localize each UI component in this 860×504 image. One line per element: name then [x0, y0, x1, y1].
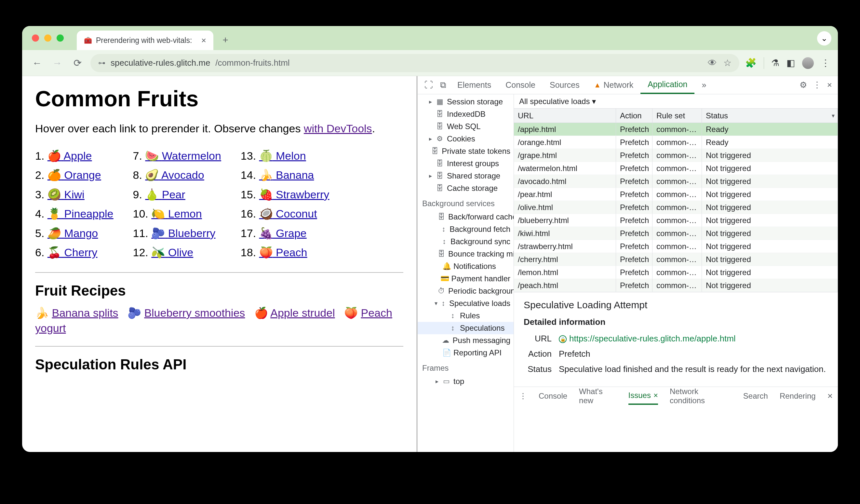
tree-item[interactable]: 🗄Interest groups [418, 157, 514, 170]
fruit-link[interactable]: 🍒 Cherry [47, 246, 97, 259]
fruit-link[interactable]: 🫒 Olive [151, 246, 193, 259]
recipe-link[interactable]: Apple strudel [270, 307, 335, 319]
site-settings-icon[interactable]: ⊶ [98, 59, 105, 67]
table-row[interactable]: /orange.htmlPrefetchcommon-…Ready [514, 136, 838, 149]
drawer-tab-what-s-new[interactable]: What's new [579, 387, 616, 405]
devtools-tab-elements[interactable]: Elements [450, 76, 498, 94]
close-devtools-icon[interactable]: × [827, 80, 832, 90]
tree-item[interactable]: ▸▭top [418, 375, 514, 388]
fruit-link[interactable]: 🍇 Grape [259, 227, 307, 239]
table-row[interactable]: /peach.htmlPrefetchcommon-…Not triggered [514, 279, 838, 292]
close-window-button[interactable] [32, 34, 39, 42]
fruit-link[interactable]: 🍋 Lemon [151, 207, 202, 220]
gear-icon[interactable]: ⚙ [800, 80, 807, 90]
drawer-tab-rendering[interactable]: Rendering [780, 391, 816, 401]
tree-item[interactable]: 🗄Private state tokens [418, 145, 514, 157]
labs-icon[interactable]: ⚗ [771, 58, 779, 68]
table-row[interactable]: /lemon.htmlPrefetchcommon-…Not triggered [514, 266, 838, 279]
devtools-tab-console[interactable]: Console [498, 76, 543, 94]
tree-item[interactable]: 💳Payment handler [418, 273, 514, 285]
fruit-link[interactable]: 🍊 Orange [47, 169, 101, 181]
fruit-link[interactable]: 🥭 Mango [47, 227, 98, 239]
menu-icon[interactable]: ⋮ [821, 58, 830, 68]
tree-item[interactable]: ↕Background fetch [418, 223, 514, 235]
close-icon[interactable]: × [654, 391, 658, 400]
fruit-link[interactable]: 🍐 Pear [145, 188, 185, 201]
minimize-window-button[interactable] [44, 34, 52, 42]
devtools-tab-application[interactable]: Application [641, 76, 694, 94]
bookmark-icon[interactable]: ☆ [723, 58, 732, 68]
fruit-link[interactable]: 🥝 Kiwi [47, 188, 85, 201]
table-row[interactable]: /strawberry.htmlPrefetchcommon-…Not trig… [514, 240, 838, 253]
drawer-tab-console[interactable]: Console [539, 391, 567, 401]
tree-item[interactable]: ⏱Periodic background [418, 285, 514, 297]
tree-item[interactable]: 🗄Cache storage [418, 182, 514, 195]
tree-item[interactable]: 🗄IndexedDB [418, 108, 514, 120]
reload-button[interactable]: ⟳ [70, 56, 85, 70]
table-row[interactable]: /watermelon.htmlPrefetchcommon-…Not trig… [514, 162, 838, 175]
back-button[interactable]: ← [30, 56, 44, 70]
tree-item[interactable]: ▸⚙Cookies [418, 133, 514, 145]
close-drawer-icon[interactable]: × [828, 391, 833, 401]
table-row[interactable]: /pear.htmlPrefetchcommon-…Not triggered [514, 188, 838, 201]
table-row[interactable]: /apple.htmlPrefetchcommon-…Ready [514, 123, 838, 136]
tree-item[interactable]: ↕Background sync [418, 235, 514, 248]
tree-item[interactable]: 📄Reporting API [418, 347, 514, 359]
profile-avatar[interactable] [802, 57, 814, 69]
drawer-menu-icon[interactable]: ⋮ [519, 391, 527, 401]
device-icon[interactable]: ⧉ [436, 80, 450, 90]
fruit-link[interactable]: 🍉 Watermelon [145, 149, 221, 162]
fruit-link[interactable]: 🍓 Strawberry [259, 188, 329, 201]
tree-item[interactable]: ▸🗄Shared storage [418, 170, 514, 182]
tree-item[interactable]: 🔔Notifications [418, 260, 514, 273]
extensions-icon[interactable]: 🧩 [745, 58, 757, 68]
table-row[interactable]: /cherry.htmlPrefetchcommon-…Not triggere… [514, 253, 838, 266]
col-url[interactable]: URL [514, 109, 616, 123]
eye-off-icon[interactable]: 👁 [708, 58, 717, 68]
fruit-link[interactable]: 🫐 Blueberry [151, 227, 215, 239]
recipe-link[interactable]: Banana splits [52, 307, 118, 319]
forward-button[interactable]: → [50, 56, 64, 70]
fruit-link[interactable]: 🍎 Apple [47, 149, 92, 162]
col-action[interactable]: Action [616, 109, 653, 123]
fruit-link[interactable]: 🥑 Avocado [145, 169, 204, 181]
fruit-link[interactable]: 🥥 Coconut [259, 207, 317, 220]
tree-item[interactable]: ☁Push messaging [418, 334, 514, 347]
col-status[interactable]: Status [702, 109, 838, 123]
table-row[interactable]: /avocado.htmlPrefetchcommon-…Not trigger… [514, 175, 838, 188]
table-row[interactable]: /blueberry.htmlPrefetchcommon-…Not trigg… [514, 214, 838, 227]
tabs-menu-button[interactable]: ⌄ [817, 31, 831, 45]
inspect-icon[interactable]: ⛶ [421, 80, 436, 90]
tree-item[interactable]: ↕Speculations [418, 322, 514, 334]
recipe-link[interactable]: Blueberry smoothies [144, 307, 245, 319]
tree-item[interactable]: ▸▦Session storage [418, 96, 514, 108]
fruit-link[interactable]: 🍍 Pineapple [47, 207, 114, 220]
panel-icon[interactable]: ◧ [787, 58, 795, 68]
detail-url-link[interactable]: https://speculative-rules.glitch.me/appl… [569, 334, 736, 343]
maximize-window-button[interactable] [57, 34, 64, 42]
drawer-tab-network-conditions[interactable]: Network conditions [670, 387, 732, 405]
tree-item[interactable]: 🗄Back/forward cache [418, 211, 514, 223]
more-tabs-button[interactable]: » [694, 76, 713, 94]
tree-item[interactable]: ↕Rules [418, 309, 514, 322]
table-row[interactable]: /grape.htmlPrefetchcommon-…Not triggered [514, 149, 838, 162]
fruit-link[interactable]: 🍑 Peach [259, 246, 307, 259]
drawer-tab-search[interactable]: Search [743, 391, 768, 401]
close-tab-icon[interactable]: × [201, 35, 206, 45]
sort-icon[interactable]: ▾ [832, 112, 835, 119]
tree-item[interactable]: 🗄Web SQL [418, 120, 514, 133]
new-tab-button[interactable]: + [217, 32, 233, 48]
devtools-link[interactable]: with DevTools [304, 122, 372, 135]
filter-select[interactable]: All speculative loads ▾ [519, 97, 596, 106]
col-rule[interactable]: Rule set [653, 109, 702, 123]
devtools-tab-sources[interactable]: Sources [543, 76, 587, 94]
address-bar[interactable]: ⊶ speculative-rules.glitch.me/common-fru… [90, 54, 739, 72]
table-row[interactable]: /olive.htmlPrefetchcommon-…Not triggered [514, 201, 838, 214]
drawer-tab-issues[interactable]: Issues × [628, 387, 658, 405]
fruit-link[interactable]: 🍈 Melon [259, 149, 306, 162]
tree-item[interactable]: ▾↕Speculative loads [418, 297, 514, 309]
table-row[interactable]: /kiwi.htmlPrefetchcommon-…Not triggered [514, 227, 838, 240]
tree-item[interactable]: 🗄Bounce tracking mitigation [418, 248, 514, 260]
kebab-icon[interactable]: ⋮ [813, 80, 821, 90]
browser-tab[interactable]: 🧰 Prerendering with web-vitals: × [77, 31, 213, 50]
